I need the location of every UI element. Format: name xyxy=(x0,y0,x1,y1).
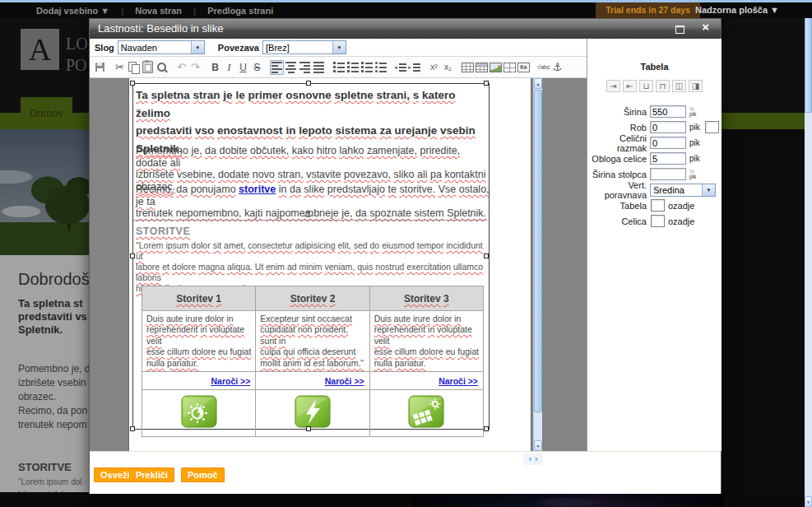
code-toggle-icon[interactable]: ‹ › xyxy=(523,454,543,465)
width-field[interactable] xyxy=(650,105,686,118)
superscript-icon[interactable]: x² xyxy=(427,60,441,75)
chevron-down-icon[interactable]: ▼ xyxy=(702,184,715,196)
cell-padding-field[interactable] xyxy=(650,152,686,165)
help-button[interactable]: Pomoč xyxy=(181,467,225,482)
outdent-icon[interactable]: ◂ xyxy=(393,60,407,75)
table-background-picker[interactable] xyxy=(651,199,665,212)
trial-badge[interactable]: Trial ends in 27 days xyxy=(596,2,700,18)
service-column-header-1[interactable]: Storitev 1 xyxy=(142,286,256,311)
anchor-marker-icon[interactable]: ⚓ xyxy=(304,208,313,220)
insert-row-icon[interactable]: ⇤ xyxy=(623,80,637,92)
scroll-up-icon[interactable]: ▲ xyxy=(534,78,542,89)
scroll-down-icon[interactable]: ▼ xyxy=(534,440,542,451)
cell-background-picker[interactable] xyxy=(651,215,665,227)
panel-row-cell-background-picker: Celicaozadje xyxy=(587,215,722,227)
indent-icon[interactable]: ▸ xyxy=(407,60,421,75)
italic-icon[interactable]: I xyxy=(222,60,236,75)
service-column-header-2[interactable]: Storitev 2 xyxy=(256,286,369,311)
merge-cells-up-icon[interactable]: ⊓ xyxy=(656,80,670,92)
admin-item-1[interactable]: Nova stran xyxy=(123,6,193,16)
merge-cells-down-icon[interactable]: ⊔ xyxy=(639,80,653,92)
chevron-down-icon[interactable]: ▼ xyxy=(332,41,346,53)
find-icon[interactable] xyxy=(155,60,169,75)
insert-template-icon[interactable] xyxy=(503,60,517,75)
selection-handle[interactable] xyxy=(130,426,135,431)
ordered-list-alpha-icon[interactable] xyxy=(346,60,360,75)
panel-row-cell-spacing-field: Celični razmakpik xyxy=(587,137,722,149)
selection-handle[interactable] xyxy=(484,426,489,431)
selection-handle[interactable] xyxy=(484,254,489,258)
maximize-icon[interactable] xyxy=(675,26,684,34)
dashboard-link[interactable]: Nadzorna plošča ▼ xyxy=(695,2,779,18)
copy-icon[interactable] xyxy=(127,60,141,75)
service-cell-2[interactable]: Excepteur sint occaecatcupidatat non pro… xyxy=(256,311,369,372)
unordered-list-icon[interactable] xyxy=(374,60,387,75)
panel-row-border-field: Robpik xyxy=(587,121,722,133)
strikethrough-icon[interactable]: S xyxy=(250,60,264,75)
underline-icon[interactable]: U xyxy=(236,60,250,75)
service-cell-1[interactable]: Duis aute irure dolor inreprehenderit in… xyxy=(142,311,256,372)
undo-icon[interactable]: ↶ xyxy=(174,60,188,75)
lightning-icon[interactable] xyxy=(256,390,369,437)
border-field[interactable] xyxy=(650,121,686,133)
split-cell-icon[interactable]: ◫ xyxy=(672,80,686,92)
align-center-icon[interactable] xyxy=(284,60,298,75)
merge-cell-right-icon[interactable]: ◨ xyxy=(689,80,703,92)
scroll-down-icon[interactable]: ▼ xyxy=(805,496,812,507)
insert-image-icon[interactable] xyxy=(489,60,503,75)
selection-handle[interactable] xyxy=(306,426,311,431)
close-icon[interactable]: × xyxy=(702,20,709,34)
subscript-icon[interactable]: x₂ xyxy=(441,60,455,75)
editor-scrollbar-thumb[interactable] xyxy=(534,90,542,412)
save-icon[interactable] xyxy=(93,60,107,75)
cell-spacing-field[interactable] xyxy=(650,137,686,149)
vertical-align-select[interactable]: Sredina▼ xyxy=(650,184,716,197)
align-justify-icon[interactable] xyxy=(312,60,326,75)
sun-energy-icon[interactable] xyxy=(142,390,256,437)
unordered-list-square-icon[interactable] xyxy=(360,60,374,75)
editor-gutter xyxy=(542,78,587,451)
services-table[interactable]: Storitev 1Storitev 2Storitev 3Duis aute … xyxy=(142,286,484,437)
border-field-color-box[interactable] xyxy=(705,121,719,133)
document-page[interactable]: Ta spletna stran je le primer osnovne sp… xyxy=(128,78,531,451)
admin-item-0[interactable]: Dodaj vsebino ▼ xyxy=(25,6,121,16)
align-right-icon[interactable] xyxy=(298,60,312,75)
service-column-header-3[interactable]: Storitev 3 xyxy=(369,286,483,311)
selection-handle[interactable] xyxy=(306,81,311,86)
editor-scrollbar[interactable]: ▲ ▼ xyxy=(533,78,542,451)
doc-services-paragraph[interactable]: Recimo, da ponujamo storitve in da slike… xyxy=(136,184,490,220)
column-width-field[interactable] xyxy=(650,168,686,180)
solar-panel-icon[interactable] xyxy=(369,390,483,437)
style-select[interactable]: Navaden ▼ xyxy=(118,40,205,54)
cancel-button[interactable]: Prekliči xyxy=(129,467,174,482)
selection-handle[interactable] xyxy=(130,81,135,86)
doc-section-heading[interactable]: STORITVE xyxy=(136,226,190,237)
anchor-icon[interactable]: ⚓ xyxy=(550,60,564,75)
align-left-icon[interactable] xyxy=(270,60,284,75)
order-link[interactable]: Naroči >> xyxy=(438,376,478,386)
bold-icon[interactable]: B xyxy=(208,60,222,75)
link-select[interactable]: [Brez] ▼ xyxy=(262,40,346,54)
order-link[interactable]: Naroči >> xyxy=(325,376,364,386)
storitve-link[interactable]: storitve xyxy=(239,184,276,195)
redo-icon[interactable]: ↷ xyxy=(188,60,202,75)
table-properties-icon[interactable] xyxy=(475,60,489,75)
ordered-list-icon[interactable] xyxy=(332,60,346,75)
insert-snippet-icon[interactable]: Km xyxy=(517,60,531,75)
paste-icon[interactable] xyxy=(141,60,155,75)
order-link[interactable]: Naroči >> xyxy=(211,376,250,386)
service-cell-3[interactable]: Duis aute irure dolor inreprehenderit in… xyxy=(369,311,483,372)
insert-table-icon[interactable] xyxy=(461,60,475,75)
order-cell-3: Naroči >> xyxy=(369,372,483,390)
dialog-titlebar[interactable]: Lastnosti: Besedilo in slike xyxy=(90,19,721,39)
admin-item-2[interactable]: Predloga strani xyxy=(196,6,285,16)
chevron-down-icon[interactable]: ▼ xyxy=(191,41,204,53)
insert-column-icon[interactable]: ⇥ xyxy=(606,80,620,92)
cut-icon[interactable]: ✂ xyxy=(113,60,127,75)
page-scrollbar[interactable]: ▲ ▼ xyxy=(805,2,812,507)
selection-handle[interactable] xyxy=(484,81,489,86)
spellcheck-icon[interactable]: √abc xyxy=(536,60,550,75)
page-scrollbar-thumb[interactable] xyxy=(805,14,812,113)
selection-handle[interactable] xyxy=(130,254,135,258)
cell-padding-field-unit: pik xyxy=(689,154,700,163)
